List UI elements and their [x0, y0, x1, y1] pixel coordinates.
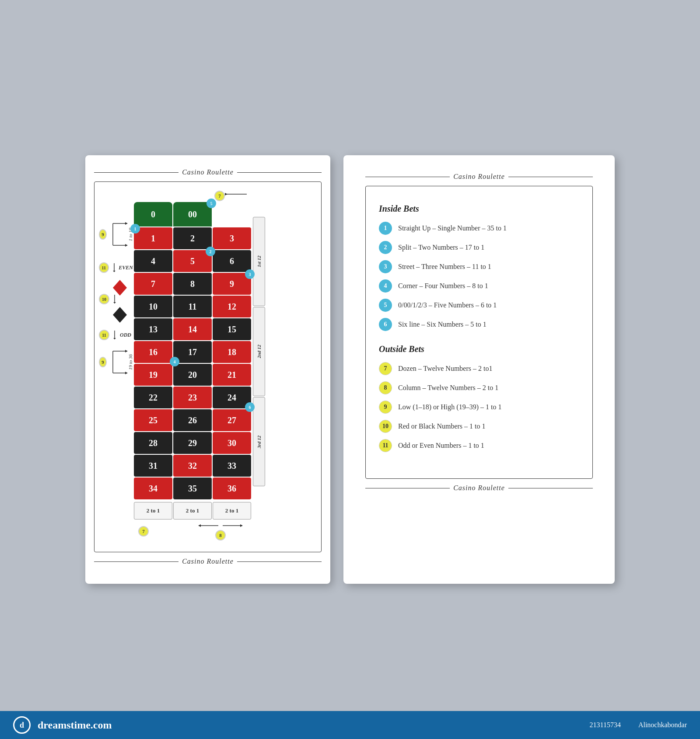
cell-25: 25: [134, 409, 172, 431]
cell-7: 7: [134, 273, 172, 295]
badge-outside-7: 7: [379, 362, 392, 375]
badge-outside-9: 9: [379, 401, 392, 414]
bet-label-7: Dozen – Twelve Numbers – 2 to1: [398, 365, 492, 373]
badge-8: 8: [215, 530, 226, 540]
ann-19to36: 9 19 to 36: [99, 349, 133, 375]
badge-2: 2: [206, 247, 215, 256]
badge-3: 3: [245, 269, 255, 279]
badge-outside-10: 10: [379, 420, 392, 433]
cell-10: 10: [134, 296, 172, 317]
label-odd: ODD: [120, 332, 131, 338]
bet-item-5: 5 0/00/1/2/3 – Five Numbers – 6 to 1: [379, 299, 579, 312]
outside-bets-list: 7 Dozen – Twelve Numbers – 2 to1 8 Colum…: [379, 362, 579, 452]
badge-inside-3: 3: [379, 260, 392, 273]
svg-marker-10: [113, 307, 127, 323]
row-9: 25 26 27: [134, 409, 251, 431]
cell-23: 23: [173, 387, 212, 408]
cell-20: 20: [173, 364, 212, 386]
cell-27: 27: [213, 409, 251, 431]
cell-26: 26: [173, 409, 212, 431]
bet-label-8: Column – Twelve Numbers – 2 to 1: [398, 384, 498, 392]
svg-marker-7: [113, 280, 127, 296]
left-card-border: 9 1 to 18 11 EVE: [94, 181, 322, 552]
bet-item-4: 4 Corner – Four Numbers – 8 to 1: [379, 279, 579, 293]
left-card: Casino Roulette 9: [85, 155, 330, 584]
left-card-title-bottom: Casino Roulette: [94, 558, 322, 565]
dreamstime-author: Alinochkabondar: [638, 721, 687, 729]
cell-14: 14: [173, 318, 212, 340]
inside-bets-list: 1 Straight Up – Single Number – 35 to 1 …: [379, 222, 579, 331]
badge-4: 4: [170, 357, 179, 366]
ann-odd: 11 ODD: [99, 330, 133, 340]
ann-even: 11 EVEN: [99, 262, 133, 273]
label-19to36: 19 to 36: [128, 354, 133, 370]
bottom-row: 2 to 1 2 to 1 2 to 1: [134, 502, 251, 519]
label-3rd12: 3rd 12: [253, 397, 265, 486]
cell-28: 28: [134, 432, 172, 454]
cell-2: 2: [173, 227, 212, 249]
row-10: 28 29 30: [134, 432, 251, 454]
badge-inside-6: 6: [379, 318, 392, 331]
cell-0: 0: [134, 202, 172, 227]
cell-8: 8: [173, 273, 212, 295]
badge-5: 5: [206, 199, 216, 208]
label-even: EVEN: [119, 265, 133, 271]
cell-30: 30: [213, 432, 251, 454]
svg-marker-9: [113, 302, 116, 303]
row-8: 22 23 24 6: [134, 387, 251, 408]
cell-4: 4: [134, 250, 172, 272]
bet-item-8: 8 Column – Twelve Numbers – 2 to 1: [379, 381, 579, 394]
cell-18: 18: [213, 341, 251, 363]
badge-outside-11: 11: [379, 439, 392, 452]
outside-bets-title: Outside Bets: [379, 344, 579, 354]
svg-marker-21: [198, 524, 201, 527]
right-card-title: Casino Roulette: [365, 173, 593, 181]
left-annotations: 9 1 to 18 11 EVE: [99, 217, 133, 375]
badge-9-bottom: 9: [99, 357, 107, 367]
badge-inside-1: 1: [379, 222, 392, 235]
svg-marker-19: [225, 193, 228, 195]
badge-inside-4: 4: [379, 279, 392, 293]
grid-column: 7 0 00 5: [134, 191, 251, 543]
badge7-top: 7: [134, 191, 251, 201]
badge-1: 1: [130, 224, 140, 234]
cell-34: 34: [134, 478, 172, 499]
cell-15: 15: [213, 318, 251, 340]
row-4: 10 11 12: [134, 296, 251, 317]
badge-11-odd: 11: [99, 330, 109, 340]
bet-item-10: 10 Red or Black Numbers – 1 to 1: [379, 420, 579, 433]
ann-10: 10: [99, 294, 133, 304]
cell-22: 22: [134, 387, 172, 408]
dreamstime-url: dreamstime.com: [38, 719, 112, 731]
cell-35: 35: [173, 478, 212, 499]
bet-label-2: Split – Two Numbers – 17 to 1: [398, 244, 484, 251]
badge-11-even: 11: [99, 262, 109, 273]
badge-inside-5: 5: [379, 299, 392, 312]
cell-6: 6: [213, 250, 251, 272]
bet-item-2: 2 Split – Two Numbers – 17 to 1: [379, 241, 579, 254]
svg-marker-12: [113, 338, 116, 339]
cell-12: 12: [213, 296, 251, 317]
label-2nd12: 2nd 12: [253, 307, 265, 396]
badge-outside-8: 8: [379, 381, 392, 394]
twelve-labels-column: 1st 12 2nd 12 3rd 12: [253, 191, 265, 486]
bet-label-9: Low (1–18) or High (19–39) – 1 to 1: [398, 403, 501, 411]
svg-marker-4: [125, 244, 128, 247]
dreamstime-bar: d dreamstime.com 213115734 Alinochkabond…: [0, 711, 700, 739]
cell-31: 31: [134, 455, 172, 477]
cell-5: 5 2: [173, 250, 212, 272]
bet-item-3: 3 Street – Three Numbers – 11 to 1: [379, 260, 579, 273]
black-diamond: [112, 306, 133, 325]
right-card: Casino Roulette Inside Bets 1 Straight U…: [343, 155, 615, 584]
bottom-badges: 7 8: [134, 519, 251, 543]
bet-label-11: Odd or Even Numbers – 1 to 1: [398, 442, 484, 450]
row-5: 13 14 15: [134, 318, 251, 340]
bet-item-7: 7 Dozen – Twelve Numbers – 2 to1: [379, 362, 579, 375]
badge-7: 7: [214, 191, 225, 201]
svg-marker-16: [125, 350, 128, 352]
cell-00: 00 5: [173, 202, 212, 227]
right-card-border: Inside Bets 1 Straight Up – Single Numbe…: [365, 186, 593, 479]
cell-13: 13: [134, 318, 172, 340]
badge-10: 10: [99, 294, 109, 304]
dreamstime-id: 213115734: [590, 721, 621, 729]
